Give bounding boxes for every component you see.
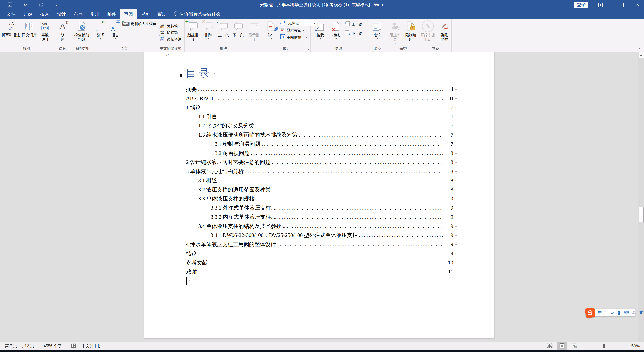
track-changes-button[interactable]: ✎ 修订 <box>264 19 278 41</box>
customize-qat-caret-icon[interactable]: ▾ <box>53 2 59 8</box>
ime-punctuation-icon[interactable]: °, <box>605 311 608 315</box>
ime-skin-icon[interactable] <box>639 311 643 315</box>
word-count-button[interactable]: 字数统计 <box>38 19 52 42</box>
toc-heading[interactable]: 目录↵ <box>186 67 216 80</box>
next-comment-button[interactable]: → 下一条 <box>231 19 246 37</box>
dropdown-caret <box>394 42 396 45</box>
ribbon-review: 拼写和语法 同义词库 字数统计 校对 朗读 <box>0 19 644 52</box>
collapse-ribbon-icon[interactable] <box>637 47 642 51</box>
toc-entry[interactable]: 1.3.2 耐磨损问题 ............................… <box>186 149 458 158</box>
toc-entry[interactable]: 3.3.2 内注式单体液压支柱..... ...................… <box>186 212 458 221</box>
trad-to-simp-button[interactable]: 简→ 繁转简 <box>159 23 178 29</box>
group-language: 翻译 语言 更新输入法词典 语言 <box>92 19 157 52</box>
save-icon[interactable] <box>7 2 13 8</box>
language-indicator[interactable]: 中文(中国) <box>82 343 100 349</box>
check-accessibility-button[interactable]: 检查辅助功能 <box>72 19 91 42</box>
simp-to-trad-button[interactable]: 繁→ 简转繁 <box>159 29 178 36</box>
read-aloud-button[interactable]: 朗读 <box>55 19 70 42</box>
scrollbar-thumb[interactable] <box>639 207 644 222</box>
ime-mode-indicator[interactable]: 中 <box>598 311 602 315</box>
tab-mailings[interactable]: 邮件 <box>103 9 120 19</box>
redo-icon[interactable] <box>38 2 44 8</box>
new-comment-button[interactable]: + 新建批注 <box>185 19 202 42</box>
toc-entry[interactable]: 3.2 液压支柱的适用范围及种类 .......................… <box>186 185 458 194</box>
reject-button[interactable]: ✕ 拒绝 <box>329 19 344 41</box>
translate-button[interactable]: 翻译 <box>93 19 108 41</box>
toc-entry[interactable]: 3.3.1 外注式单体液压支柱..... ...................… <box>186 203 458 212</box>
ime-emoji-icon[interactable]: ☺ <box>610 311 614 315</box>
tab-layout[interactable]: 布局 <box>70 9 86 19</box>
sign-in-button[interactable]: 登录 <box>574 1 588 8</box>
accept-button[interactable]: ✓ 接受 <box>313 19 328 41</box>
page-indicator[interactable]: 第 7 页, 共 12 页 <box>5 343 34 349</box>
tab-home[interactable]: 开始 <box>20 9 36 19</box>
toc-entry[interactable]: 1 绪论 ...................................… <box>186 103 458 112</box>
start-inking-button: 开始墨迹书写 <box>419 19 437 42</box>
tell-me-box[interactable]: 告诉我你想要做什么 <box>170 9 224 19</box>
dialog-launcher-icon[interactable]: ↘ <box>307 47 310 50</box>
toc-entry-text: 3.4.1 DW06-22-300/100，DW25-250/100 型外注式单… <box>211 231 358 240</box>
toc-entry[interactable]: 摘要 .....................................… <box>186 85 458 94</box>
undo-icon[interactable] <box>22 2 28 8</box>
toc-entry[interactable]: 3 单体液压支柱结构分析 ...........................… <box>186 167 458 176</box>
zoom-in-button[interactable]: + <box>620 344 624 348</box>
close-button[interactable]: ✕ <box>632 0 644 9</box>
zoom-out-button[interactable]: − <box>582 344 585 348</box>
web-layout-button[interactable] <box>570 342 579 350</box>
tab-file[interactable]: 文件 <box>3 9 20 19</box>
hide-ink-button[interactable]: 隐藏墨迹 <box>437 19 452 42</box>
tab-view[interactable]: 视图 <box>137 9 154 19</box>
zoom-slider[interactable] <box>588 342 618 350</box>
toc-entry[interactable]: 1.2 “纯水”的定义及分类 .........................… <box>186 121 458 130</box>
thesaurus-button[interactable]: 同义词库 <box>21 19 38 37</box>
toc-entry[interactable]: 致谢 .....................................… <box>186 267 458 276</box>
convert-button[interactable]: 简 简繁转换 <box>159 36 182 42</box>
previous-change-button[interactable]: 上一处 <box>344 21 362 28</box>
ime-mic-icon[interactable] <box>617 311 621 315</box>
proofing-status-icon[interactable] <box>71 344 76 349</box>
toc-entry[interactable]: 1.3 纯水液压传动所面临的技术挑战及对策 ..................… <box>186 130 458 140</box>
language-button[interactable]: 语言 <box>108 19 122 41</box>
taskbar-strip <box>0 350 644 352</box>
ribbon-display-options-icon[interactable] <box>594 0 607 9</box>
toc-entry[interactable]: 4 纯水单体液压支柱三用阀的整体设计 .....................… <box>186 240 458 249</box>
spelling-grammar-button[interactable]: 拼写和语法 <box>0 19 21 37</box>
previous-comment-button[interactable]: ← 上一条 <box>216 19 231 37</box>
tab-insert[interactable]: 插入 <box>36 9 53 19</box>
toc-entry[interactable]: 2 设计纯水液压阀时需要注意的问题 ......................… <box>186 158 458 167</box>
zoom-level[interactable]: 150% <box>626 344 640 349</box>
toc-entry[interactable]: 3.1 概述 .................................… <box>186 176 458 185</box>
tab-review[interactable]: 审阅 <box>120 9 137 19</box>
toc-entry[interactable]: 3.4.1 DW06-22-300/100，DW25-250/100 型外注式单… <box>186 231 458 240</box>
toc-entry[interactable]: ABSTRACT ...............................… <box>186 94 458 103</box>
toc-entry[interactable]: 3.4 单体液压支柱的结构及技术参数..... ................… <box>186 221 458 231</box>
print-layout-button[interactable] <box>557 342 567 350</box>
minimize-button[interactable]: ─ <box>607 0 619 9</box>
tab-help[interactable]: 帮助 <box>154 9 170 19</box>
toc-entry[interactable]: 结论 .....................................… <box>186 249 458 258</box>
delete-comment-button[interactable]: ✕ 删除 <box>202 19 216 41</box>
word-count-indicator[interactable]: 4556 个字 <box>44 343 62 349</box>
toc-entry-text: 3 单体液压支柱结构分析 <box>186 167 244 176</box>
restore-button[interactable] <box>619 0 632 9</box>
toc-entry[interactable]: 1.1 引言 .................................… <box>186 112 458 121</box>
toc-page-number: 9 <box>442 194 453 203</box>
next-change-button[interactable]: 下一处 <box>344 30 362 37</box>
document-page[interactable]: ↵ 目录↵ 摘要 ...............................… <box>144 52 494 339</box>
arrow-left-icon: ← <box>216 18 222 25</box>
compare-button[interactable]: 比较 <box>370 19 384 41</box>
toc-entry[interactable]: 参考文献 ...................................… <box>186 258 458 267</box>
tab-references[interactable]: 引用 <box>86 9 103 19</box>
toc-entry[interactable]: 3.3 单体液压支柱的规格 ..........................… <box>186 194 458 203</box>
tab-design[interactable]: 设计 <box>53 9 70 19</box>
toc-entry[interactable]: 1.3.1 密封与润滑问题 ..........................… <box>186 139 458 149</box>
scroll-up-button[interactable] <box>639 52 644 58</box>
vertical-scrollbar[interactable] <box>638 52 644 342</box>
update-ime-dictionary-button[interactable]: 更新输入法词典 <box>122 21 156 27</box>
zoom-slider-thumb[interactable] <box>604 344 605 348</box>
ime-keyboard-icon[interactable]: ⌨ <box>624 311 630 315</box>
ime-account-icon[interactable] <box>632 311 636 315</box>
sogou-logo-icon[interactable]: S <box>585 308 595 318</box>
restrict-editing-button[interactable]: 限制编辑 <box>403 19 418 42</box>
read-mode-button[interactable] <box>545 342 554 350</box>
